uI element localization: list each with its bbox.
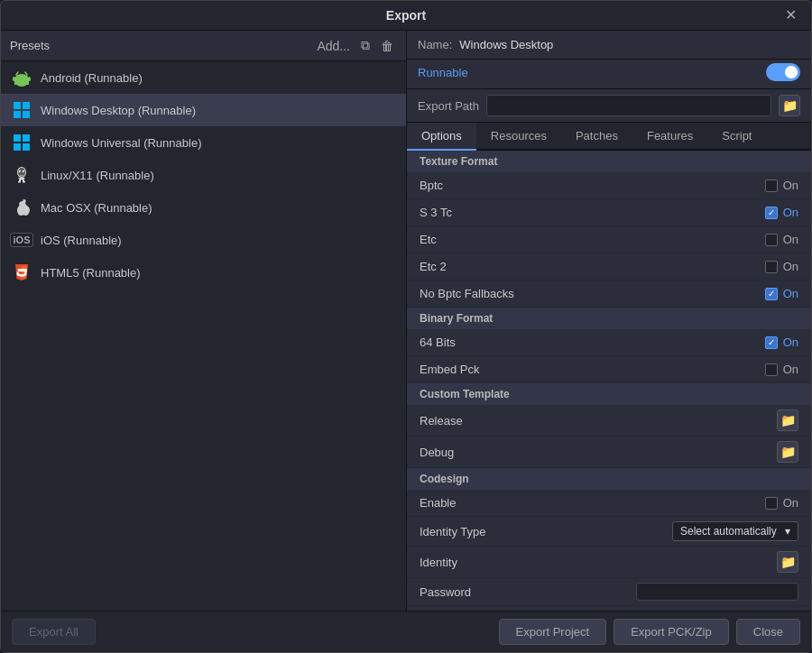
etc-label: Etc — [420, 233, 437, 246]
linux-icon — [12, 165, 32, 185]
svg-rect-9 — [14, 102, 21, 109]
option-etc: Etc On — [407, 226, 811, 253]
preset-label-macosx: Mac OSX (Runnable) — [41, 201, 152, 215]
add-preset-button[interactable]: Add... — [313, 36, 354, 55]
option-s3tc: S 3 Tc On — [407, 199, 811, 226]
password-input[interactable] — [636, 583, 798, 601]
no-bptc-fallbacks-right: On — [765, 287, 798, 300]
windows-universal-icon — [12, 133, 32, 152]
no-bptc-fallbacks-checkbox[interactable] — [765, 288, 778, 300]
ios-icon: iOS — [12, 230, 32, 250]
preset-label-linux: Linux/X11 (Runnable) — [41, 169, 154, 182]
64bits-on-text: On — [783, 336, 798, 349]
embed-pck-right: On — [765, 363, 798, 376]
identity-type-value: Select automatically — [680, 525, 777, 538]
etc2-checkbox[interactable] — [765, 261, 778, 273]
enable-checkbox[interactable] — [765, 497, 778, 510]
right-panel: Name: Windows Desktop Runnable Export Pa… — [407, 31, 811, 611]
svg-point-22 — [23, 171, 24, 172]
svg-line-4 — [16, 72, 18, 75]
etc-right: On — [765, 233, 798, 246]
export-path-folder-button[interactable]: 📁 — [779, 95, 800, 116]
texture-format-header: Texture Format — [407, 151, 811, 172]
runnable-link[interactable]: Runnable — [418, 66, 468, 79]
option-debug: Debug 📁 — [407, 437, 811, 468]
option-enable: Enable On — [407, 490, 811, 517]
preset-label-windows-universal: Windows Universal (Runnable) — [41, 136, 201, 150]
etc2-label: Etc 2 — [420, 260, 447, 273]
codesign-header: Codesign — [407, 468, 811, 490]
runnable-toggle[interactable] — [766, 63, 800, 81]
left-panel: Presets Add... ⧉ 🗑 — [1, 31, 407, 611]
bottom-right: Export Project Export PCK/Zip Close — [499, 619, 801, 645]
no-bptc-fallbacks-on-text: On — [783, 287, 798, 300]
export-path-input[interactable] — [486, 95, 771, 116]
apple-icon — [12, 198, 32, 217]
svg-rect-13 — [14, 134, 21, 142]
option-bptc: Bptc On — [407, 172, 811, 199]
s3tc-checkbox[interactable] — [765, 207, 778, 219]
tab-script[interactable]: Script — [707, 123, 766, 151]
svg-rect-15 — [14, 143, 21, 151]
preset-item-windows-desktop[interactable]: Windows Desktop (Runnable) — [1, 94, 406, 126]
svg-rect-25 — [18, 181, 21, 183]
debug-label: Debug — [420, 446, 454, 459]
identity-folder-button[interactable]: 📁 — [777, 551, 798, 573]
identity-label: Identity — [420, 556, 457, 569]
dialog-title: Export — [386, 8, 426, 23]
option-identity-type: Identity Type Select automatically ▾ — [407, 517, 811, 547]
enable-right: On — [765, 496, 798, 510]
tab-options[interactable]: Options — [407, 123, 476, 151]
tab-features[interactable]: Features — [632, 123, 707, 151]
preset-item-windows-universal[interactable]: Windows Universal (Runnable) — [1, 126, 406, 159]
debug-folder-button[interactable]: 📁 — [777, 441, 798, 463]
option-64bits: 64 Bits On — [407, 329, 811, 356]
tab-resources[interactable]: Resources — [476, 123, 561, 151]
delete-preset-button[interactable]: 🗑 — [377, 36, 397, 55]
export-path-row: Export Path 📁 — [407, 89, 811, 123]
close-button[interactable]: Close — [736, 619, 800, 645]
option-password: Password — [407, 578, 811, 606]
enable-on-text: On — [783, 496, 798, 510]
password-label: Password — [420, 585, 471, 599]
option-release: Release 📁 — [407, 405, 811, 437]
identity-type-dropdown[interactable]: Select automatically ▾ — [672, 521, 798, 541]
bptc-checkbox[interactable] — [765, 179, 778, 192]
presets-header: Presets Add... ⧉ 🗑 — [1, 31, 406, 61]
bottom-bar: Export All Export Project Export PCK/Zip… — [1, 611, 811, 652]
preset-item-macosx[interactable]: Mac OSX (Runnable) — [1, 191, 406, 224]
etc-on-text: On — [783, 233, 798, 246]
presets-actions: Add... ⧉ 🗑 — [313, 36, 397, 55]
export-pck-zip-button[interactable]: Export PCK/Zip — [614, 619, 729, 645]
runnable-row: Runnable — [407, 60, 811, 89]
tab-patches[interactable]: Patches — [561, 123, 632, 151]
etc-checkbox[interactable] — [765, 234, 778, 246]
svg-rect-14 — [23, 134, 30, 142]
option-no-bptc-fallbacks: No Bptc Fallbacks On — [407, 281, 811, 308]
name-row: Name: Windows Desktop — [407, 31, 811, 60]
duplicate-preset-button[interactable]: ⧉ — [357, 36, 374, 55]
preset-item-android[interactable]: Android (Runnable) — [1, 61, 406, 94]
export-all-button[interactable]: Export All — [12, 619, 96, 645]
64bits-checkbox[interactable] — [765, 336, 778, 349]
etc2-right: On — [765, 260, 798, 273]
preset-item-linux[interactable]: Linux/X11 (Runnable) — [1, 159, 406, 191]
release-label: Release — [420, 414, 463, 428]
64bits-label: 64 Bits — [420, 336, 456, 349]
preset-item-html5[interactable]: HTML5 (Runnable) — [1, 256, 406, 289]
svg-rect-8 — [28, 77, 31, 81]
export-dialog: Export ✕ Presets Add... ⧉ 🗑 — [0, 0, 812, 653]
release-folder-button[interactable]: 📁 — [777, 409, 798, 431]
svg-rect-26 — [23, 181, 25, 183]
bottom-left: Export All — [12, 619, 96, 645]
close-icon[interactable]: ✕ — [780, 6, 802, 24]
android-icon — [12, 68, 32, 87]
presets-label: Presets — [10, 39, 50, 52]
enable-label: Enable — [420, 496, 456, 510]
svg-point-18 — [18, 168, 25, 177]
svg-rect-12 — [23, 111, 30, 118]
preset-item-ios[interactable]: iOS iOS (Runnable) — [1, 224, 406, 256]
export-project-button[interactable]: Export Project — [499, 619, 607, 645]
svg-line-5 — [25, 72, 27, 75]
embed-pck-checkbox[interactable] — [765, 363, 778, 376]
